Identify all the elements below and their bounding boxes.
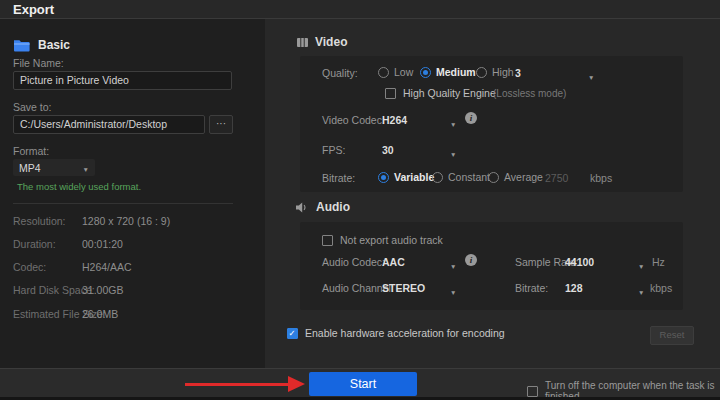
chevron-down-icon[interactable] xyxy=(450,255,456,273)
bitrate-value-input[interactable]: 2750 xyxy=(545,172,568,184)
chevron-down-icon[interactable] xyxy=(588,66,594,84)
divider xyxy=(13,203,233,204)
chevron-down-icon xyxy=(83,162,89,174)
fps-label: FPS: xyxy=(322,144,345,156)
not-export-audio-checkbox[interactable]: Not export audio track xyxy=(322,234,443,246)
format-label: Format: xyxy=(13,145,49,157)
codec-value: H264/AAC xyxy=(82,261,132,273)
info-icon[interactable]: i xyxy=(465,254,477,266)
hw-accel-checkbox[interactable]: Enable hardware acceleration for encodin… xyxy=(287,327,505,339)
basic-panel: Basic File Name: Picture in Picture Vide… xyxy=(0,19,265,368)
folder-icon xyxy=(13,39,30,52)
file-name-label: File Name: xyxy=(13,57,64,69)
chevron-down-icon[interactable] xyxy=(450,113,456,131)
speaker-icon xyxy=(296,202,309,213)
bitrate-constant-label: Constant xyxy=(448,171,490,183)
radio-icon xyxy=(432,172,443,183)
radio-selected-icon xyxy=(378,172,389,183)
sample-rate-dropdown[interactable]: 44100 xyxy=(565,256,594,268)
radio-icon xyxy=(476,67,487,78)
red-arrow-icon xyxy=(185,383,289,386)
hq-engine-checkbox[interactable]: High Quality Engine xyxy=(385,87,496,99)
chevron-down-icon[interactable] xyxy=(638,281,644,299)
chevron-down-icon[interactable] xyxy=(450,143,456,161)
browse-button[interactable]: ··· xyxy=(209,115,233,134)
start-button[interactable]: Start xyxy=(309,372,417,396)
format-hint: The most widely used format. xyxy=(17,181,141,192)
checkbox-icon xyxy=(527,386,538,397)
dialog-header: Export xyxy=(0,0,720,19)
export-dialog: Export Basic File Name: Picture in Pictu… xyxy=(0,0,720,400)
red-arrow-head-icon xyxy=(288,376,305,392)
not-export-audio-label: Not export audio track xyxy=(340,234,443,246)
film-icon xyxy=(297,38,308,47)
radio-icon xyxy=(488,172,499,183)
quality-level-dropdown[interactable]: 3 xyxy=(515,67,521,79)
radio-selected-icon xyxy=(420,67,431,78)
bitrate-constant-radio[interactable]: Constant xyxy=(432,171,490,183)
audio-bitrate-label: Bitrate: xyxy=(515,282,548,294)
file-name-input[interactable]: Picture in Picture Video xyxy=(13,71,232,90)
audio-codec-dropdown[interactable]: AAC xyxy=(382,256,405,268)
duration-value: 00:01:20 xyxy=(82,238,123,250)
quality-high-label: High xyxy=(492,66,514,78)
chevron-down-icon[interactable] xyxy=(450,281,456,299)
audio-bitrate-unit: kbps xyxy=(650,282,672,294)
bitrate-average-label: Average xyxy=(504,171,543,183)
audio-section-header: Audio xyxy=(296,200,350,214)
audio-channel-dropdown[interactable]: STEREO xyxy=(382,282,425,294)
audio-settings-box: Not export audio track Audio Codec: AAC … xyxy=(300,222,683,310)
hq-engine-label: High Quality Engine xyxy=(403,87,496,99)
basic-section-label: Basic xyxy=(38,38,70,52)
basic-section-header: Basic xyxy=(13,38,70,52)
audio-section-label: Audio xyxy=(316,200,350,214)
reset-button[interactable]: Reset xyxy=(650,326,694,345)
bitrate-label: Bitrate: xyxy=(322,172,355,184)
audio-codec-label: Audio Codec: xyxy=(322,256,385,268)
format-value: MP4 xyxy=(19,162,41,174)
quality-label: Quality: xyxy=(322,67,358,79)
duration-label: Duration: xyxy=(13,238,56,250)
audio-bitrate-dropdown[interactable]: 128 xyxy=(565,282,583,294)
bitrate-variable-radio[interactable]: Variable xyxy=(378,171,434,183)
resolution-value: 1280 x 720 (16 : 9) xyxy=(82,215,170,227)
format-dropdown[interactable]: MP4 xyxy=(13,159,95,176)
checkbox-icon xyxy=(322,235,333,246)
quality-high-radio[interactable]: High xyxy=(476,66,514,78)
hw-accel-label: Enable hardware acceleration for encodin… xyxy=(305,327,505,339)
page-title: Export xyxy=(13,2,54,17)
disk-space-value: 31.00GB xyxy=(82,284,123,296)
sample-rate-unit: Hz xyxy=(652,256,665,268)
quality-medium-label: Medium xyxy=(436,66,476,78)
bitrate-variable-label: Variable xyxy=(394,171,434,183)
chevron-down-icon[interactable] xyxy=(638,255,644,273)
hq-engine-suffix: (Lossless mode) xyxy=(493,88,566,99)
checkbox-checked-icon xyxy=(287,328,298,339)
video-section-header: Video xyxy=(297,35,347,49)
bitrate-average-radio[interactable]: Average xyxy=(488,171,543,183)
video-section-label: Video xyxy=(315,35,347,49)
save-to-label: Save to: xyxy=(13,101,52,113)
video-codec-label: Video Codec: xyxy=(322,114,385,126)
quality-low-label: Low xyxy=(394,66,413,78)
resolution-label: Resolution: xyxy=(13,215,66,227)
save-to-input[interactable]: C:/Users/Administrator/Desktop xyxy=(13,115,205,134)
video-codec-dropdown[interactable]: H264 xyxy=(382,114,407,126)
file-size-value: 26.0MB xyxy=(82,308,118,320)
quality-medium-radio[interactable]: Medium xyxy=(420,66,476,78)
info-icon[interactable]: i xyxy=(465,112,477,124)
bitrate-unit: kbps xyxy=(590,172,612,184)
quality-low-radio[interactable]: Low xyxy=(378,66,413,78)
checkbox-icon xyxy=(385,88,396,99)
video-settings-box: Quality: Low Medium High 3 High Quality … xyxy=(300,56,683,192)
codec-label: Codec: xyxy=(13,261,46,273)
fps-dropdown[interactable]: 30 xyxy=(382,144,394,156)
radio-icon xyxy=(378,67,389,78)
